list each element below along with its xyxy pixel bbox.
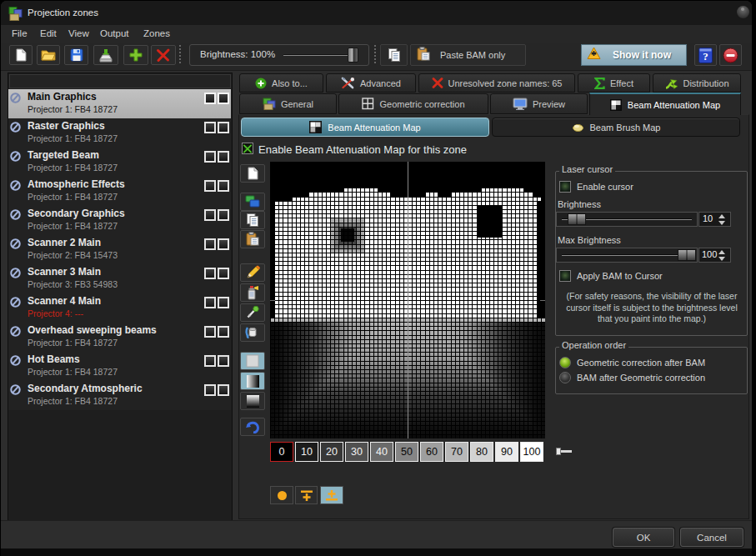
svg-text:?: ? [703,49,708,62]
